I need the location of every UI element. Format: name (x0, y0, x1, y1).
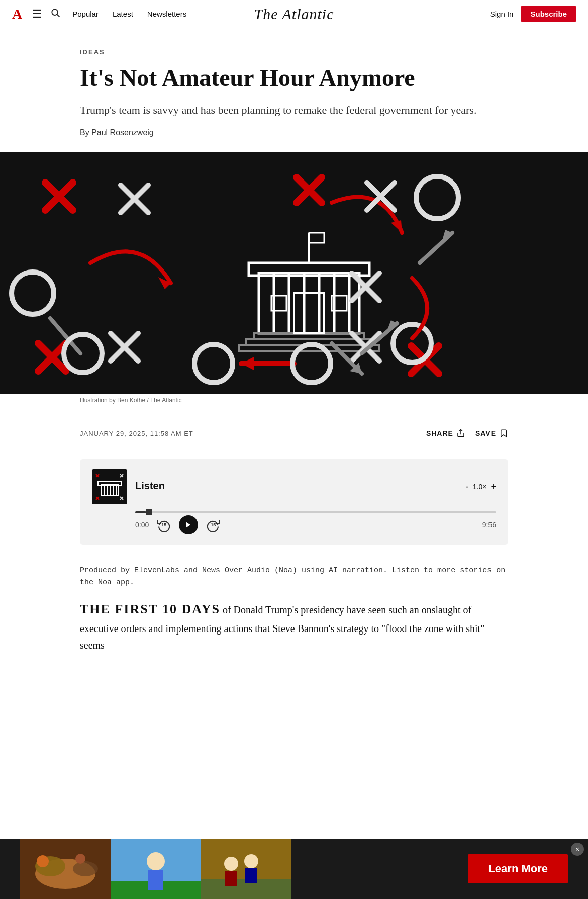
subscribe-button[interactable]: Subscribe (521, 6, 576, 22)
hero-wrapper: Illustration by Ben Kothe / The Atlantic (0, 152, 588, 414)
hero-caption: Illustration by Ben Kothe / The Atlantic (80, 394, 508, 414)
hamburger-icon[interactable]: ☰ (32, 8, 42, 21)
svg-point-77 (75, 854, 85, 864)
search-icon[interactable] (50, 8, 60, 20)
audio-progress-fill (135, 511, 146, 513)
article-date: JANUARY 29, 2025, 11:58 AM ET (80, 430, 193, 437)
svg-line-1 (57, 15, 60, 17)
nav-logo[interactable]: A (12, 6, 22, 22)
ad-person-graphic (111, 839, 201, 899)
audio-player: Listen - 1.0× + 0:00 (80, 459, 508, 545)
play-button[interactable] (179, 515, 198, 534)
audio-time-end: 9:56 (482, 521, 496, 529)
ad-people-graphic (201, 839, 291, 899)
article-category: IDEAS (80, 48, 508, 56)
hero-image (0, 152, 588, 394)
speed-minus-button[interactable]: - (466, 482, 469, 492)
site-title: The Atlantic (254, 6, 334, 23)
skip-forward-button[interactable]: 15 (206, 518, 220, 532)
audio-top: Listen - 1.0× + (92, 469, 496, 504)
audio-title: Listen (135, 480, 458, 492)
ad-image-person (111, 839, 201, 899)
svg-point-86 (244, 854, 258, 868)
signin-link[interactable]: Sign In (490, 10, 514, 18)
meta-bar: JANUARY 29, 2025, 11:58 AM ET SHARE SAVE (80, 419, 508, 448)
dropcap: The first 10 days (80, 602, 220, 616)
audio-info: Listen (135, 480, 458, 494)
nav-newsletters[interactable]: Newsletters (147, 10, 186, 18)
nav-popular[interactable]: Popular (72, 10, 99, 18)
svg-rect-81 (148, 870, 163, 890)
article-title: It's Not Amateur Hour Anymore (80, 64, 508, 92)
hero-caption-container: Illustration by Ben Kothe / The Atlantic (68, 394, 520, 414)
audio-progress-bar[interactable] (135, 511, 496, 513)
audio-controls-row: 0:00 15 (135, 515, 496, 534)
save-button[interactable]: SAVE (475, 429, 508, 438)
article-byline: By Paul Rosenzweig (80, 128, 508, 137)
svg-marker-71 (186, 522, 190, 528)
speed-value: 1.0× (473, 483, 487, 491)
svg-point-80 (147, 852, 165, 870)
audio-thumbnail (92, 469, 127, 504)
svg-point-84 (224, 857, 238, 871)
svg-rect-85 (225, 871, 237, 886)
ad-banner: × (0, 839, 588, 899)
ad-close-button[interactable]: × (571, 843, 584, 856)
article-container: IDEAS It's Not Amateur Hour Anymore Trum… (68, 48, 520, 137)
ad-image-food (20, 839, 111, 899)
ad-image-people (201, 839, 291, 899)
navbar: A ☰ Popular Latest Newsletters The Atlan… (0, 0, 588, 28)
article-text: Produced by ElevenLabs and News Over Aud… (80, 560, 508, 659)
noa-link[interactable]: News Over Audio (Noa) (202, 566, 297, 575)
ad-food-graphic (20, 839, 111, 899)
produced-by-text: Produced by ElevenLabs and News Over Aud… (80, 565, 508, 589)
svg-point-0 (52, 9, 58, 15)
share-button[interactable]: SHARE (426, 429, 465, 438)
article-meta: JANUARY 29, 2025, 11:58 AM ET SHARE SAVE (68, 419, 520, 659)
article-body-first-para: The first 10 days of Donald Trump's pres… (80, 599, 508, 654)
nav-latest[interactable]: Latest (113, 10, 133, 18)
skip-back-button[interactable]: 15 (157, 518, 171, 532)
article-subtitle: Trump's team is savvy and has been plann… (80, 102, 508, 118)
svg-point-76 (37, 855, 49, 867)
nav-right: Sign In Subscribe (490, 6, 576, 22)
audio-time-start: 0:00 (135, 521, 149, 529)
svg-point-75 (73, 861, 98, 876)
learn-more-button[interactable]: Learn More (468, 854, 568, 883)
meta-actions: SHARE SAVE (426, 429, 508, 438)
audio-speed-controls: - 1.0× + (466, 482, 496, 492)
svg-rect-87 (245, 868, 257, 883)
nav-links: Popular Latest Newsletters (72, 10, 186, 18)
speed-plus-button[interactable]: + (491, 482, 496, 492)
ad-images (20, 839, 453, 899)
